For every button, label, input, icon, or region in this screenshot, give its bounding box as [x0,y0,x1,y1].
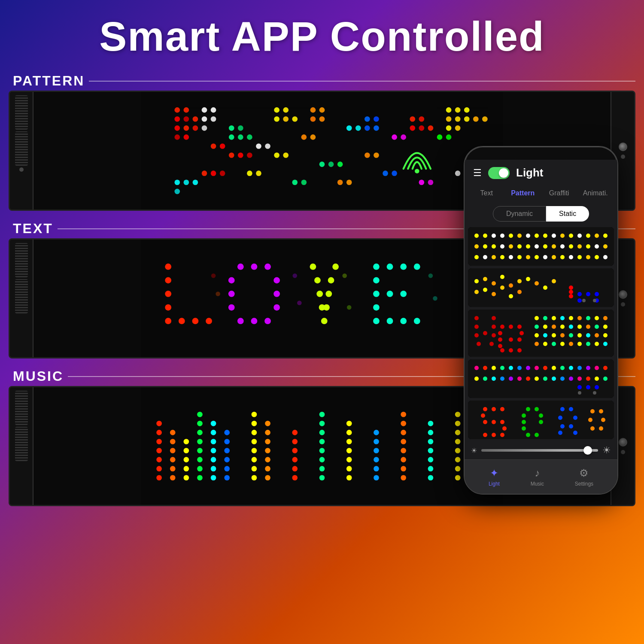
svg-point-94 [165,277,171,283]
svg-point-85 [392,170,397,176]
svg-point-133 [400,318,407,324]
music-left-controls [10,387,33,505]
svg-point-417 [569,377,573,381]
static-mode-button[interactable]: Static [546,206,589,222]
svg-point-348 [517,337,522,342]
svg-point-42 [283,152,289,158]
svg-point-277 [517,244,522,249]
pattern-item-4[interactable] [468,359,614,398]
svg-point-193 [265,439,270,444]
svg-point-36 [193,179,198,185]
svg-point-370 [603,325,608,329]
svg-point-213 [346,430,352,435]
svg-point-381 [543,342,547,346]
pattern-item-5[interactable] [468,401,614,439]
svg-point-385 [577,342,582,346]
svg-point-382 [552,342,556,346]
svg-point-126 [373,277,380,283]
svg-point-168 [197,466,203,471]
svg-point-55 [464,107,470,113]
svg-point-288 [474,255,479,259]
pattern-item-3[interactable] [468,310,614,357]
svg-point-149 [156,466,162,471]
svg-point-111 [251,318,258,324]
svg-point-272 [474,244,479,249]
svg-point-97 [165,318,171,324]
svg-point-302 [595,255,599,259]
svg-point-400 [560,366,565,370]
svg-point-405 [603,366,608,370]
tab-graffiti[interactable]: Graffiti [541,186,577,200]
tab-pattern[interactable]: Pattern [505,186,541,200]
svg-point-373 [552,333,556,337]
nav-item-music[interactable]: ♪ Music [531,467,544,487]
svg-point-207 [319,439,325,444]
svg-point-231 [401,466,406,471]
mode-buttons: Dynamic Static [465,203,617,225]
svg-point-19 [238,134,243,140]
svg-point-431 [481,413,485,418]
svg-point-70 [401,134,406,140]
svg-point-75 [202,170,207,176]
svg-point-223 [374,466,379,471]
svg-rect-304 [468,268,614,307]
svg-point-368 [586,325,590,329]
brightness-row: ☀ ☀ [465,441,617,459]
svg-point-419 [586,377,590,381]
pattern-item-2[interactable] [468,268,614,307]
tab-text[interactable]: Text [469,186,504,200]
svg-point-194 [265,448,270,453]
music-control-strip-1 [15,391,28,425]
svg-point-225 [401,412,406,417]
svg-point-230 [401,457,406,462]
pattern-item-1[interactable] [468,227,614,266]
svg-point-233 [428,421,434,426]
svg-point-205 [319,421,325,426]
svg-point-144 [156,421,162,426]
svg-point-148 [156,457,162,462]
svg-point-429 [492,407,496,411]
svg-point-157 [184,439,189,444]
svg-point-394 [509,366,513,370]
menu-icon[interactable]: ☰ [473,167,482,179]
svg-point-438 [500,433,504,437]
power-toggle[interactable] [488,167,510,179]
svg-point-21 [274,107,279,113]
svg-point-175 [211,466,216,471]
svg-point-10 [184,134,189,140]
svg-point-44 [328,161,334,167]
svg-point-112 [264,318,271,324]
svg-point-330 [569,294,573,298]
svg-point-386 [586,342,590,346]
svg-point-32 [365,125,370,131]
nav-item-light[interactable]: ✦ Light [489,467,500,487]
svg-point-219 [374,430,379,435]
svg-point-234 [428,430,434,435]
svg-point-63 [256,143,261,149]
svg-point-426 [593,391,596,395]
svg-point-312 [535,281,539,286]
brightness-slider[interactable] [481,449,598,452]
nav-item-settings[interactable]: ⚙ Settings [575,467,593,487]
dynamic-mode-button[interactable]: Dynamic [493,206,546,222]
tab-animation[interactable]: Animati. [578,186,614,200]
svg-point-274 [492,244,496,249]
svg-point-448 [560,407,565,411]
svg-point-67 [346,125,352,131]
svg-point-369 [595,325,599,329]
svg-point-365 [560,325,565,329]
svg-point-198 [292,430,298,435]
svg-point-388 [603,342,608,346]
svg-point-88 [455,170,461,176]
svg-point-170 [211,421,216,426]
svg-point-290 [492,255,496,259]
svg-point-361 [603,316,608,320]
svg-point-227 [401,430,406,435]
svg-point-442 [539,413,543,418]
text-control-strip-1 [15,243,28,277]
svg-point-411 [517,377,522,381]
svg-point-99 [192,318,199,324]
svg-point-58 [464,116,470,122]
svg-point-268 [577,234,582,238]
svg-point-305 [474,279,479,283]
